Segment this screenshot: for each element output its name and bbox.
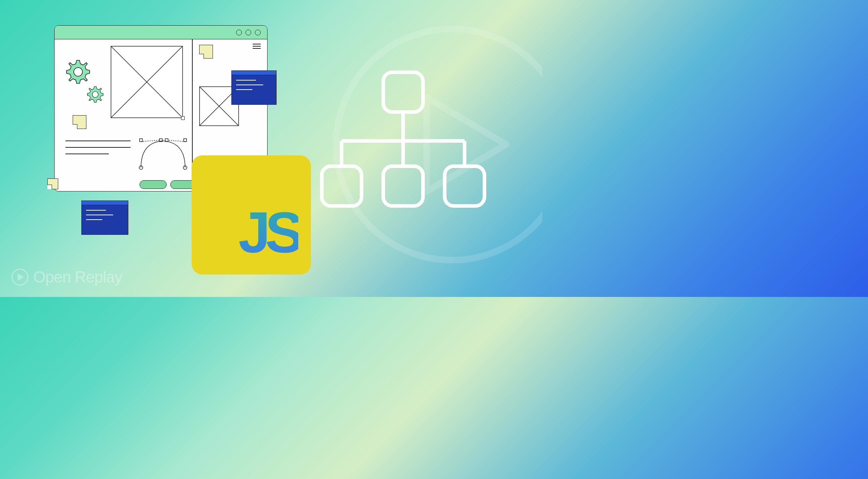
browser-titlebar bbox=[55, 26, 267, 39]
svg-line-14 bbox=[167, 140, 185, 142]
javascript-logo: JS bbox=[192, 155, 311, 275]
sticky-note-icon bbox=[73, 115, 86, 129]
svg-point-1 bbox=[74, 68, 82, 76]
gear-small-icon bbox=[85, 85, 105, 104]
text-line bbox=[65, 147, 131, 148]
js-label: JS bbox=[238, 199, 298, 266]
play-icon bbox=[11, 268, 29, 286]
svg-point-2 bbox=[92, 91, 98, 98]
logo-text: Open Replay bbox=[33, 268, 122, 286]
svg-rect-10 bbox=[184, 139, 187, 142]
hierarchy-tree-icon bbox=[315, 69, 488, 220]
gear-large-icon bbox=[64, 57, 93, 86]
wireframe-large bbox=[111, 46, 183, 118]
window-control-icon bbox=[236, 30, 242, 35]
svg-line-13 bbox=[141, 140, 159, 142]
svg-rect-17 bbox=[383, 72, 423, 112]
svg-rect-24 bbox=[383, 166, 423, 206]
pill-button bbox=[140, 180, 167, 189]
code-snippet bbox=[231, 70, 277, 105]
svg-rect-23 bbox=[322, 166, 362, 206]
openreplay-logo: Open Replay bbox=[11, 268, 122, 286]
code-snippet bbox=[81, 200, 128, 235]
svg-rect-9 bbox=[140, 139, 142, 142]
sticky-note-icon bbox=[47, 178, 58, 189]
svg-rect-25 bbox=[445, 166, 484, 206]
sticky-note-icon bbox=[199, 45, 213, 59]
window-control-icon bbox=[245, 30, 251, 35]
crop-handle-icon bbox=[181, 116, 185, 120]
bezier-curve-icon bbox=[138, 137, 188, 173]
hamburger-icon bbox=[253, 44, 261, 50]
text-line bbox=[65, 154, 109, 154]
window-control-icon bbox=[255, 30, 261, 35]
text-line bbox=[65, 141, 131, 141]
